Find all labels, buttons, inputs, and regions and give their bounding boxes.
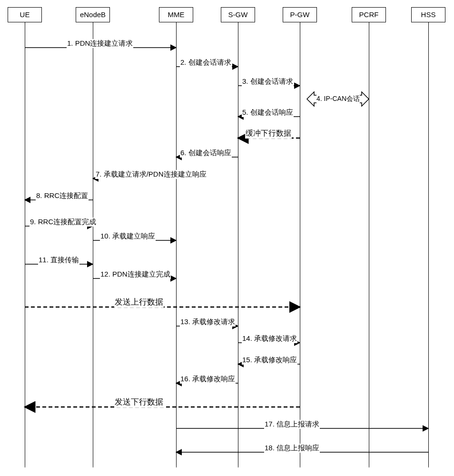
lifeline-hss: [428, 22, 429, 467]
lifeline-mme: [176, 22, 177, 467]
label-m6: 6. 创建会话响应: [180, 149, 232, 158]
label-m17: 17. 信息上报请求: [264, 420, 320, 429]
label-m4: 4. IP-CAN会话: [316, 95, 360, 103]
label-buf: 缓冲下行数据: [245, 129, 292, 139]
label-m18: 18. 信息上报响应: [264, 444, 320, 453]
actor-pcrf: PCRF: [352, 7, 386, 22]
label-m13: 13. 承载修改请求: [180, 317, 236, 327]
lifeline-sgw: [238, 22, 238, 467]
label-m10: 10. 承载建立响应: [100, 232, 156, 241]
label-dl: 发送下行数据: [114, 397, 164, 407]
label-ul: 发送上行数据: [114, 297, 164, 307]
label-m11: 11. 直接传输: [38, 256, 79, 265]
arrows-layer: [0, 0, 454, 476]
label-m9: 9. RRC连接配置完成: [30, 218, 97, 227]
actor-hss: HSS: [411, 7, 445, 22]
label-m7: 7. 承载建立请求/PDN连接建立响应: [95, 170, 207, 179]
label-m14: 14. 承载修改请求: [242, 334, 297, 343]
actor-ue: UE: [8, 7, 42, 22]
actor-pgw: P-GW: [283, 7, 317, 22]
label-m12: 12. PDN连接建立完成: [100, 270, 171, 279]
label-m16: 16. 承载修改响应: [180, 375, 236, 384]
lifeline-pgw: [300, 22, 300, 467]
label-m3: 3. 创建会话请求: [242, 77, 294, 86]
lifeline-ue: [25, 22, 25, 467]
label-m1: 1. PDN连接建立请求: [67, 39, 133, 48]
label-m8: 8. RRC连接配置: [36, 191, 89, 200]
lifeline-enodeb: [93, 22, 93, 467]
label-m5: 5. 创建会话响应: [242, 108, 294, 117]
label-m2: 2. 创建会话请求: [180, 58, 232, 67]
actor-sgw: S-GW: [221, 7, 255, 22]
label-m15: 15. 承载修改响应: [242, 356, 297, 365]
actor-mme: MME: [159, 7, 193, 22]
actor-enodeb: eNodeB: [76, 7, 110, 22]
lifeline-pcrf: [369, 22, 369, 467]
sequence-diagram: UE eNodeB MME S-GW P-GW PCRF HSS: [0, 0, 454, 476]
